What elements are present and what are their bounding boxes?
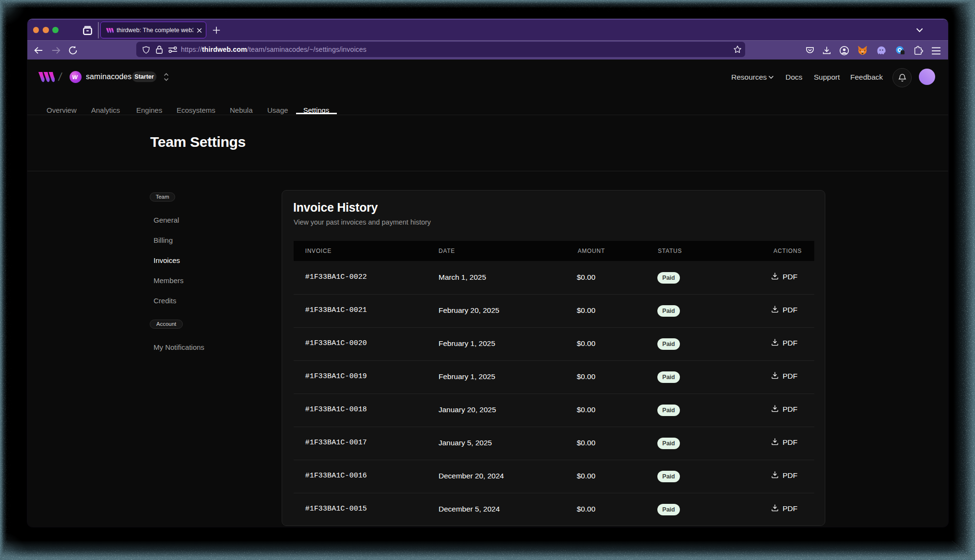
svg-text:W: W	[72, 74, 78, 81]
